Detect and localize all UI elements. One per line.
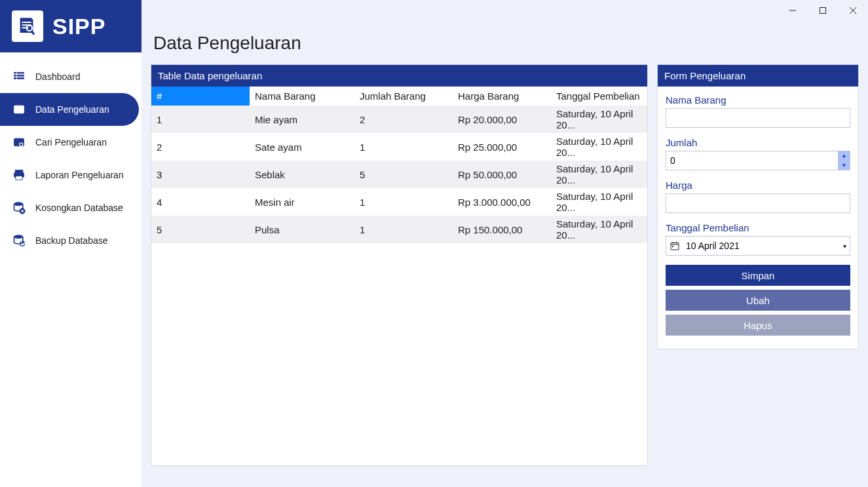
svg-rect-27 [672,246,673,247]
sidebar-item-data-pengeluaran[interactable]: Data Pengeluaran [0,93,139,126]
field-harga: Harga [666,180,850,213]
input-harga[interactable] [666,193,850,213]
cell-qty: 5 [354,161,453,188]
field-jumlah: Jumlah ▲ ▼ [666,137,850,170]
close-button[interactable] [838,0,868,21]
table-row[interactable]: 4Mesin air1Rp 3.000.000,00Saturday, 10 A… [151,188,647,216]
folder-icon [12,102,26,117]
table-header-row: # Nama Barang Jumlah Barang Harga Barang… [151,87,647,106]
svg-rect-9 [18,75,24,77]
svg-rect-8 [18,72,24,73]
cell-date: Saturday, 10 April 20... [551,161,647,188]
svg-point-18 [14,203,23,206]
cell-idx: 1 [151,106,250,133]
svg-rect-10 [18,78,24,79]
calendar-icon [670,241,680,251]
cell-price: Rp 50.000,00 [453,161,551,188]
cell-price: Rp 20.000,00 [453,106,551,133]
svg-rect-17 [16,176,22,180]
data-table: # Nama Barang Jumlah Barang Harga Barang… [151,87,647,243]
printer-icon [12,168,26,182]
field-nama-barang: Nama Barang [666,94,850,128]
col-header-index[interactable]: # [151,87,250,106]
sidebar-item-dashboard[interactable]: Dashboard [0,60,139,93]
svg-rect-23 [671,243,679,250]
col-header-tanggal[interactable]: Tanggal Pembelian [551,87,647,106]
svg-rect-12 [14,106,24,107]
field-tanggal: Tanggal Pembelian ▾ [666,222,850,256]
database-clear-icon [12,201,26,215]
col-header-nama[interactable]: Nama Barang [250,87,354,106]
delete-button[interactable]: Hapus [666,315,850,336]
app-logo-icon [12,10,43,42]
minimize-button[interactable] [778,0,808,21]
form-panel: Form Pengeluaran Nama Barang Jumlah ▲ ▼ [657,64,859,349]
sidebar-nav: Dashboard Data Pengeluaran Cari Pengelua… [0,52,142,257]
table-panel-header: Table Data pengeluaran [151,65,647,87]
window-controls [778,0,868,21]
cell-date: Saturday, 10 April 20... [551,133,647,161]
database-backup-icon [12,233,26,248]
cell-idx: 5 [151,216,250,243]
chevron-down-icon[interactable]: ▾ [843,243,846,250]
col-header-jumlah[interactable]: Jumlah Barang [354,87,453,106]
brand: SIPP [0,0,142,52]
sidebar-item-label: Cari Pengeluaran [35,137,107,147]
dashboard-icon [12,69,26,84]
cell-date: Saturday, 10 April 20... [551,216,647,243]
sidebar-item-label: Dashboard [35,71,81,82]
form-panel-header: Form Pengeluaran [658,65,858,87]
label-tanggal: Tanggal Pembelian [666,222,850,233]
svg-rect-7 [14,78,16,79]
cell-price: Rp 3.000.000,00 [453,188,551,216]
cell-price: Rp 25.000,00 [453,133,551,161]
label-harga: Harga [666,180,850,191]
search-folder-icon [12,135,26,149]
cell-name: Pulsa [250,216,354,243]
cell-price: Rp 150.000,00 [453,216,551,243]
input-nama-barang[interactable] [666,108,850,128]
sidebar-item-kosongkan-database[interactable]: Kosongkan Database [0,191,139,224]
sidebar-item-backup-database[interactable]: Backup Database [0,224,139,257]
input-tanggal[interactable] [666,236,850,256]
edit-button[interactable]: Ubah [666,290,850,311]
sidebar-item-label: Kosongkan Database [35,203,123,213]
app-name: SIPP [52,14,105,39]
table-row[interactable]: 3Seblak5Rp 50.000,00Saturday, 10 April 2… [151,161,647,188]
spinner-up-button[interactable]: ▲ [838,151,850,161]
cell-date: Saturday, 10 April 20... [551,106,647,133]
save-button[interactable]: Simpan [666,265,850,286]
cell-name: Mie ayam [250,106,354,133]
label-jumlah: Jumlah [666,137,850,148]
cell-idx: 3 [151,161,250,188]
sidebar-item-label: Laporan Pengeluaran [35,170,124,180]
svg-rect-15 [15,170,23,173]
form-body: Nama Barang Jumlah ▲ ▼ Harga [658,87,858,342]
page-title: Data Pengeluaran [153,33,859,54]
cell-qty: 2 [354,106,453,133]
svg-point-22 [14,235,23,239]
table-wrap: # Nama Barang Jumlah Barang Harga Barang… [151,87,647,465]
sidebar-item-laporan-pengeluaran[interactable]: Laporan Pengeluaran [0,159,139,191]
cell-name: Mesin air [250,188,354,216]
cell-qty: 1 [354,216,453,243]
svg-rect-6 [14,75,16,77]
spinner-down-button[interactable]: ▼ [838,161,850,170]
col-header-harga[interactable]: Harga Barang [453,87,551,106]
main-content: Data Pengeluaran Table Data pengeluaran … [142,21,868,487]
cell-idx: 4 [151,188,250,216]
label-nama-barang: Nama Barang [666,94,850,106]
cell-qty: 1 [354,188,453,216]
sidebar-item-cari-pengeluaran[interactable]: Cari Pengeluaran [0,126,139,159]
sidebar: SIPP Dashboard Data Pengeluaran Cari Pen… [0,0,142,487]
cell-date: Saturday, 10 April 20... [551,188,647,216]
input-jumlah[interactable] [666,151,850,170]
sidebar-item-label: Data Pengeluaran [35,104,109,115]
sidebar-item-label: Backup Database [35,235,108,246]
maximize-button[interactable] [808,0,838,21]
spinner-buttons: ▲ ▼ [838,151,850,170]
table-row[interactable]: 2Sate ayam1Rp 25.000,00Saturday, 10 Apri… [151,133,647,161]
cell-qty: 1 [354,133,453,161]
table-row[interactable]: 1Mie ayam2Rp 20.000,00Saturday, 10 April… [151,106,647,133]
table-row[interactable]: 5Pulsa1Rp 150.000,00Saturday, 10 April 2… [151,216,647,243]
